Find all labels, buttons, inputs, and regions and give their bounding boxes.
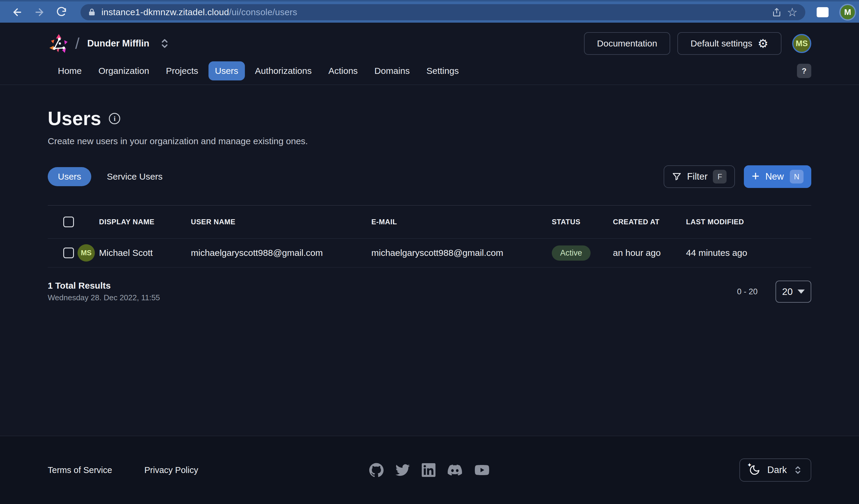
results-timestamp: Wednesday 28. Dec 2022, 11:55 [48, 293, 160, 302]
theme-label: Dark [767, 465, 787, 475]
toolbar: Users Service Users Filter F + New N [48, 165, 811, 188]
page-subtitle: Create new users in your organization an… [48, 136, 811, 146]
cell-last-modified: 44 minutes ago [686, 248, 811, 258]
discord-icon[interactable] [447, 463, 462, 477]
tab-users[interactable]: Users [48, 167, 91, 186]
row-avatar: MS [78, 244, 95, 262]
filter-label: Filter [687, 171, 708, 182]
back-arrow-icon [12, 6, 23, 18]
page-size-value: 20 [782, 286, 793, 297]
row-checkbox[interactable] [63, 248, 74, 258]
nav-item-settings[interactable]: Settings [420, 61, 465, 80]
reload-icon [56, 7, 67, 18]
theme-switcher-chevrons-icon [794, 465, 802, 475]
status-badge: Active [552, 246, 590, 261]
bookmark-star-icon[interactable]: ☆ [787, 6, 798, 18]
main-nav: Home Organization Projects Users Authori… [0, 58, 859, 85]
total-results: 1 Total Results [48, 281, 160, 291]
github-icon[interactable] [369, 463, 383, 477]
nav-item-projects[interactable]: Projects [159, 61, 205, 80]
org-divider-slash: / [75, 34, 79, 52]
url-host: instance1-dkmnzw.zitadel.cloud [102, 7, 229, 17]
browser-reload-button[interactable] [52, 3, 71, 22]
side-panel-icon[interactable] [817, 7, 829, 17]
info-icon[interactable]: i [109, 113, 120, 124]
nav-item-actions[interactable]: Actions [322, 61, 364, 80]
browser-back-button[interactable] [8, 3, 27, 22]
table-row[interactable]: MS Michael Scott michaelgaryscott988@gma… [48, 239, 811, 267]
pagination: 1 Total Results Wednesday 28. Dec 2022, … [48, 281, 811, 303]
chevron-down-icon [798, 289, 805, 294]
address-bar[interactable]: instance1-dkmnzw.zitadel.cloud/ui/consol… [80, 4, 805, 20]
new-shortcut-badge: N [790, 170, 803, 184]
org-switcher-icon[interactable] [160, 37, 169, 49]
app-root: / Dunder Mifflin Documentation Default s… [0, 22, 859, 303]
documentation-label: Documentation [597, 38, 657, 49]
tab-service-users[interactable]: Service Users [97, 167, 173, 186]
select-all-checkbox[interactable] [63, 217, 74, 227]
col-created-at: CREATED AT [613, 218, 686, 226]
filter-button[interactable]: Filter F [664, 165, 735, 188]
col-last-modified: LAST MODIFIED [686, 218, 811, 226]
theme-toggle[interactable]: ✦ Dark [739, 458, 811, 482]
cell-display-name: Michael Scott [99, 248, 191, 258]
page-size-select[interactable]: 20 [775, 281, 811, 303]
youtube-icon[interactable] [474, 463, 490, 477]
default-settings-label: Default settings [691, 38, 752, 49]
help-button[interactable]: ? [797, 64, 811, 78]
moon-icon: ✦ [749, 464, 760, 476]
nav-item-organization[interactable]: Organization [92, 61, 156, 80]
cell-email: michaelgaryscott988@gmail.com [371, 248, 552, 258]
page-title: Users [48, 108, 101, 129]
privacy-policy-link[interactable]: Privacy Policy [145, 465, 198, 475]
new-label: New [765, 171, 784, 182]
user-avatar[interactable]: MS [792, 34, 811, 53]
filter-shortcut-badge: F [713, 170, 727, 184]
page-range: 0 - 20 [737, 287, 757, 296]
table-header-row: DISPLAY NAME USER NAME E-MAIL STATUS CRE… [48, 205, 811, 239]
col-status: STATUS [552, 218, 613, 226]
filter-funnel-icon [672, 172, 681, 182]
users-table: DISPLAY NAME USER NAME E-MAIL STATUS CRE… [48, 205, 811, 267]
plus-icon: + [752, 171, 759, 181]
col-email: E-MAIL [371, 218, 552, 226]
nav-item-home[interactable]: Home [51, 61, 88, 80]
org-name[interactable]: Dunder Mifflin [87, 38, 149, 49]
col-user-name: USER NAME [191, 218, 371, 226]
linkedin-icon[interactable] [422, 463, 436, 477]
col-display-name: DISPLAY NAME [99, 218, 191, 226]
twitter-icon[interactable] [395, 463, 410, 477]
url-path: /ui/console/users [229, 7, 297, 17]
app-header: / Dunder Mifflin Documentation Default s… [0, 22, 859, 58]
main-content: Users i Create new users in your organiz… [0, 108, 859, 303]
documentation-button[interactable]: Documentation [584, 32, 670, 55]
browser-chrome: instance1-dkmnzw.zitadel.cloud/ui/consol… [0, 0, 859, 22]
lock-icon [88, 8, 96, 17]
share-icon[interactable] [772, 7, 781, 17]
default-settings-button[interactable]: Default settings ⚙ [677, 32, 781, 55]
terms-of-service-link[interactable]: Terms of Service [48, 465, 112, 475]
url-text: instance1-dkmnzw.zitadel.cloud/ui/consol… [102, 7, 297, 17]
zitadel-logo[interactable] [48, 32, 70, 54]
nav-item-users[interactable]: Users [209, 61, 245, 80]
nav-item-authorizations[interactable]: Authorizations [248, 61, 318, 80]
browser-forward-button[interactable] [30, 3, 49, 22]
footer: Terms of Service Privacy Policy ✦ [0, 436, 859, 504]
nav-item-domains[interactable]: Domains [368, 61, 416, 80]
gear-icon: ⚙ [757, 37, 768, 49]
social-links [369, 463, 490, 477]
cell-created-at: an hour ago [613, 248, 686, 258]
browser-profile-avatar[interactable]: M [839, 4, 856, 20]
cell-user-name: michaelgaryscott988@gmail.com [191, 248, 371, 258]
new-button[interactable]: + New N [744, 165, 811, 188]
forward-arrow-icon [34, 6, 45, 18]
